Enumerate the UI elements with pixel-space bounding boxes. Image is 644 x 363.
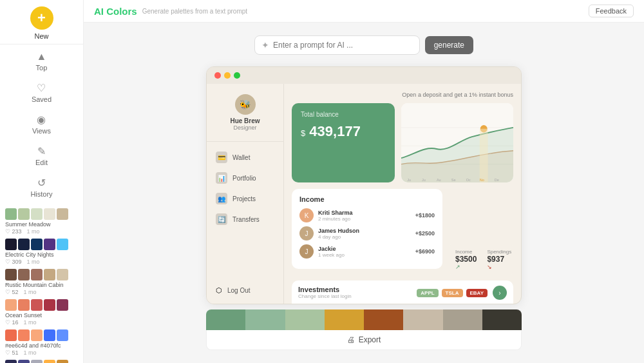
income-trend: ↗ [455,264,477,270]
palette-meta: ♡ 309 1 mo [5,259,78,265]
palette-swatches [5,239,78,250]
dashboard-top: Total balance $ 439,177 [292,103,513,182]
income-left: J James Hudson 4 day ago [299,226,359,240]
sidebar-item-saved[interactable]: ♡ Saved [30,75,52,107]
income-item: J James Hudson 4 day ago +$2500 [299,226,435,240]
income-amount: +$2500 [415,230,435,237]
income-section: Income K Kriti Sharma 2 minutes ago +$18… [292,189,442,269]
view-all-button[interactable]: › [493,286,507,300]
palette-name: Summer Meadow [5,221,78,228]
income-info: Jackie 1 week ago [318,246,345,258]
spendings-stat-value: $937 [487,255,511,264]
palette-meta: ♡ 16 1 mo [5,319,78,326]
color-swatch [44,239,55,250]
stock-detail-ebay: eBay Inc +1.1% [350,304,370,304]
income-name: James Hudson [318,228,359,234]
palette-likes: ♡ 52 [5,289,19,295]
generate-button[interactable]: generate [425,36,473,54]
sidebar-item-edit[interactable]: ✎ Edit [30,139,52,170]
income-info: Kriti Sharma 2 minutes ago [318,210,353,222]
mockup-nav-transfers[interactable]: 🔄 Transfers [207,209,283,230]
list-item[interactable]: Ocean Sunset ♡ 16 1 mo [0,297,83,327]
color-swatch [57,329,68,341]
logout-icon: ⬡ [216,286,222,295]
export-text: Export [359,335,381,344]
views-label: Views [32,127,51,135]
export-icon: 🖨 [347,335,355,344]
mockup-nav: 🐝 Hue Brew Designer 💳 Wallet📊 Portfolio👥… [207,84,284,304]
prompt-input[interactable] [273,41,413,50]
color-swatch [44,360,55,363]
saved-icon: ♡ [37,82,46,94]
income-time: 2 minutes ago [318,216,353,222]
mockup-nav-projects[interactable]: 👥 Projects [207,188,283,209]
color-swatch [31,299,43,311]
export-bar[interactable]: 🖨 Export [206,330,522,350]
list-item[interactable]: #ee6c4d and #4070fc ♡ 51 1 mo [0,327,83,357]
color-swatch [18,299,30,311]
saved-label: Saved [32,95,52,103]
export-color-swatch [325,309,364,330]
color-swatch [57,360,68,363]
sidebar-nav: ▲ Top♡ Saved◉ Views✎ Edit↺ History Summe… [0,44,83,363]
nav-label: Transfers [232,216,260,223]
mockup-nav-portfolio[interactable]: 📊 Portfolio [207,168,283,188]
topbar: AI Colors Generate palettes from a text … [84,0,644,23]
svg-text:De: De [495,178,499,182]
color-swatch [57,239,68,250]
palette-meta: ♡ 52 1 mo [5,289,78,295]
nav-label: Portfolio [232,175,256,182]
export-color-swatch [206,309,245,330]
color-swatch [18,360,30,363]
list-item[interactable]: ♡ 36 1 mo [0,357,83,363]
svg-text:Se: Se [451,178,456,182]
close-dot [214,72,221,79]
income-item: K Kriti Sharma 2 minutes ago +$1800 [299,208,435,222]
list-item[interactable]: Electric City Nights ♡ 309 1 mo [0,236,83,266]
color-swatch [44,208,55,220]
mockup-nav-wallet[interactable]: 💳 Wallet [207,147,283,168]
app-subtitle: Generate palettes from a text prompt [142,8,247,15]
mockup-body: 🐝 Hue Brew Designer 💳 Wallet📊 Portfolio👥… [207,84,521,304]
export-label: 🖨 Export [347,335,381,344]
color-swatch [18,208,30,220]
sidebar-item-top[interactable]: ▲ Top [30,44,52,75]
palette-export: 🖨 Export [206,309,522,350]
color-swatch [18,269,30,280]
sidebar-item-views[interactable]: ◉ Views [30,107,52,139]
stock-detail-appl: Apple Inc +3% [298,304,319,304]
list-item[interactable]: Rustic Mountain Cabin ♡ 52 1 mo [0,266,83,297]
color-swatch [31,360,43,363]
income-stat-label: Income [455,249,477,255]
palette-swatches [5,208,78,220]
income-stat: Income $3500 ↗ [455,249,477,270]
logout-button[interactable]: ⬡ Log Out [207,282,283,299]
palette-name: #ee6c4d and #4070fc [5,342,78,349]
svg-text:Oc: Oc [466,178,471,182]
color-swatch [44,269,55,280]
svg-text:Ju: Ju [407,178,411,182]
dashboard-mockup: 🐝 Hue Brew Designer 💳 Wallet📊 Portfolio👥… [206,66,522,304]
palette-swatches [5,299,78,311]
list-item[interactable]: Summer Meadow ♡ 233 1 mo [0,206,83,236]
palette-list: Summer Meadow ♡ 233 1 mo Electric City N… [0,202,83,363]
balance-card: Total balance $ 439,177 [292,103,395,182]
feedback-button[interactable]: Feedback [589,5,634,17]
nav-icon: 👥 [216,193,227,204]
stock-detail-tsla: Tesla Inc -1.9% [325,304,345,304]
export-color-swatch [285,309,325,330]
sidebar-item-history[interactable]: ↺ History [30,170,52,202]
nav-icon: 📊 [216,172,227,184]
history-icon: ↺ [37,177,46,189]
income-left: J Jackie 1 week ago [299,244,345,259]
income-stat-value: $3500 [455,255,477,264]
color-swatch [5,299,17,311]
palette-swatches [5,329,78,341]
palette-meta: ♡ 233 1 mo [5,228,78,235]
sidebar: + New ▲ Top♡ Saved◉ Views✎ Edit↺ History… [0,0,84,363]
app-title: AI Colors [94,6,137,17]
income-amount: +$1800 [415,212,435,219]
new-button[interactable]: + New [0,0,83,44]
edit-label: Edit [35,159,48,166]
new-label: New [34,32,48,40]
